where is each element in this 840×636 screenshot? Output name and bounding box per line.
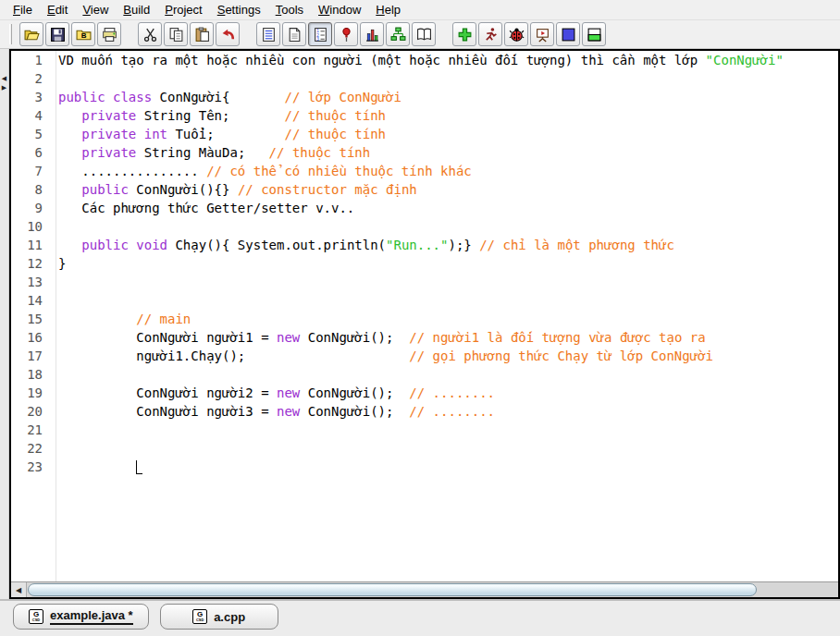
split-square-button[interactable] [582,22,606,46]
code-text: public void Chạy(){ System.out.println("… [50,236,674,254]
save-button[interactable] [45,22,69,46]
file-tab-a.cpp[interactable]: GCSDa.cpp [160,604,278,630]
line-number: 13 [11,273,50,291]
line-number: 6 [11,143,50,162]
code-line: 5 private int Tuổi; // thuộc tính [11,125,838,143]
cut-button[interactable] [138,22,162,46]
horizontal-scrollbar[interactable]: ◀ [11,581,838,597]
undo-button[interactable] [216,22,240,46]
scroll-left-arrow-icon[interactable]: ◀ [11,582,27,597]
code-line: 3public class ConNgười{ // lớp ConNgười [11,88,838,106]
side-splitter[interactable]: ◀ ▶ [0,49,9,599]
code-text: ConNgười người2 = new ConNgười(); // ...… [50,384,495,402]
debug-bug-icon [509,27,525,43]
code-line: 18 [11,365,838,384]
code-text [50,217,58,236]
undo-icon [220,27,236,43]
paste-icon [194,27,210,43]
line-numbers-button[interactable]: 123 [308,22,332,46]
menu-settings[interactable]: Settings [210,1,268,18]
code-text: private String Tên; // thuộc tính [50,106,386,125]
line-number: 10 [11,217,50,236]
line-number: 19 [11,384,50,402]
presentation-icon [535,27,550,43]
todo-list-button[interactable] [256,22,280,46]
code-text: private String MàuDa; // thuộc tính [50,143,370,162]
book-icon [416,27,432,43]
file-tab-bar: GCSDexample.java *GCSDa.cpp [0,599,840,636]
line-number: 20 [11,402,50,421]
line-number: 9 [11,199,50,217]
menu-help[interactable]: Help [368,1,408,18]
code-line: 9 Các phương thức Getter/setter v.v.. [11,199,838,217]
toolbar: B123 [0,20,840,49]
code-line: 2 [11,69,838,88]
run-man-button[interactable] [478,22,502,46]
code-text: người1.Chạy(); // gọi phương thức Chạy t… [50,347,713,365]
blue-square-button[interactable] [556,22,580,46]
line-numbers-icon: 123 [313,27,328,43]
line-number: 17 [11,347,50,365]
svg-text:B: B [80,31,86,40]
menu-bar: FileEditViewBuildProjectSettingsToolsWin… [0,0,840,20]
menu-build[interactable]: Build [116,1,157,18]
code-text: public class ConNgười{ // lớp ConNgười [50,88,401,106]
code-line: 12} [11,254,838,273]
code-editor[interactable]: 1VD muốn tạo ra một hoặc nhiều con người… [11,51,838,581]
add-plus-button[interactable] [452,22,476,46]
text-caret [136,460,142,474]
paste-button[interactable] [190,22,214,46]
presentation-button[interactable] [530,22,554,46]
code-lines: 1VD muốn tạo ra một hoặc nhiều con người… [11,51,838,476]
code-text: ConNgười người3 = new ConNgười(); // ...… [50,402,495,421]
line-number: 16 [11,328,50,347]
line-number: 7 [11,162,50,180]
pushpin-button[interactable] [334,22,358,46]
line-number: 4 [11,106,50,125]
code-text [50,439,58,458]
cut-icon [142,27,158,43]
file-tab-label: a.cpp [214,610,245,624]
scrollbar-thumb[interactable] [28,583,757,596]
code-line: 8 public ConNgười(){} // constructor mặc… [11,180,838,199]
code-line: 23 [11,458,838,476]
splitter-expand-icon[interactable]: ▶ [2,84,6,92]
debug-bug-button[interactable] [504,22,528,46]
new-document-button[interactable] [282,22,306,46]
bar-chart-button[interactable] [360,22,384,46]
line-number: 8 [11,180,50,199]
print-button[interactable] [97,22,121,46]
code-text: ConNgười người1 = new ConNgười(); // ngư… [50,328,706,347]
open-folder-button[interactable] [19,22,43,46]
folder-b-icon: B [76,27,92,43]
code-text [50,69,58,88]
file-tab-label: example.java * [50,608,133,625]
toolbar-grip[interactable] [9,24,12,44]
line-number: 1 [11,51,50,69]
todo-list-icon [261,27,277,43]
copy-button[interactable] [164,22,188,46]
code-text [50,273,58,291]
menu-project[interactable]: Project [157,1,209,18]
line-number: 23 [11,458,50,476]
line-number: 18 [11,365,50,384]
splitter-collapse-icon[interactable]: ◀ [2,75,6,82]
menu-file[interactable]: File [6,1,40,18]
folder-b-button[interactable]: B [71,22,95,46]
code-line: 7 ............... // có thể có nhiều thu… [11,162,838,180]
menu-view[interactable]: View [75,1,116,18]
menu-edit[interactable]: Edit [40,1,75,18]
menu-window[interactable]: Window [311,1,368,18]
line-number: 12 [11,254,50,273]
file-tab-example.java[interactable]: GCSDexample.java * [13,604,149,630]
org-tree-button[interactable] [386,22,410,46]
book-button[interactable] [412,22,436,46]
menu-tools[interactable]: Tools [268,1,311,18]
svg-text:3: 3 [316,36,319,41]
code-line: 16 ConNgười người1 = new ConNgười(); // … [11,328,838,347]
copy-icon [168,27,184,43]
blue-square-icon [561,27,576,43]
line-number: 15 [11,310,50,328]
code-line: 11 public void Chạy(){ System.out.printl… [11,236,838,254]
code-line: 20 ConNgười người3 = new ConNgười(); // … [11,402,838,421]
